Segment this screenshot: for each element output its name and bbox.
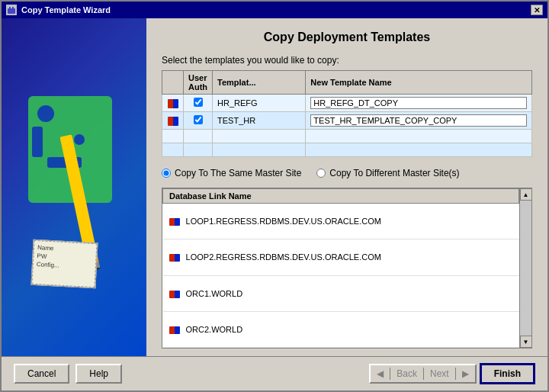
db-link-section: Database Link Name LOOP1.REGRESS.RDBMS.D… [162,188,532,349]
table-empty-row-1 [162,130,532,143]
next-arrow-button[interactable]: ▶ [456,365,475,382]
svg-rect-2 [9,7,11,9]
radio-same-site[interactable]: Copy To The Same Master Site [162,168,301,178]
radio-different-site[interactable]: Copy To Different Master Site(s) [316,168,459,178]
main-window: Copy Template Wizard ✕ Name [0,0,549,392]
row2-checkbox[interactable] [194,115,203,124]
back-arrow-button[interactable]: ◀ [371,365,390,382]
templates-table: User Auth Templat... New Template Name H… [162,70,532,157]
svg-rect-1 [8,8,15,14]
scroll-up-button[interactable]: ▲ [520,188,532,201]
table-row: HR_REFG [162,95,532,112]
scroll-down-button[interactable]: ▼ [520,336,532,348]
table-row: TEST_HR [162,112,532,130]
db-link-item-4: ORC2.WORLD [163,311,519,347]
col-userauth-header: User Auth [184,71,213,95]
card: Name PW Config... [30,239,98,288]
footer: Cancel Help ◀ Back Next ▶ Finish [2,356,547,390]
db-link-item-1: LOOP1.REGRESS.RDBMS.DEV.US.ORACLE.COM [163,204,519,239]
row2-newname[interactable] [306,112,532,130]
ruler-slot-v [32,127,43,157]
list-item[interactable]: LOOP1.REGRESS.RDBMS.DEV.US.ORACLE.COM [163,204,519,239]
panel-title: Copy Deployment Templates [162,31,532,44]
title-bar-left: Copy Template Wizard [6,5,111,15]
right-panel: Copy Deployment Templates Select the tem… [146,18,547,356]
db-link-table-wrapper: Database Link Name LOOP1.REGRESS.RDBMS.D… [162,188,532,349]
db-icon-2 [168,117,178,126]
db-link-icon-2 [169,254,180,262]
scrollbar[interactable]: ▲ ▼ [519,188,531,348]
next-button[interactable]: Next [424,365,455,382]
db-link-item-3: ORC1.WORLD [163,275,519,311]
title-bar-text: Copy Template Wizard [21,5,111,14]
finish-button[interactable]: Finish [480,363,535,384]
table-empty-row-2 [162,143,532,157]
radio-same-label: Copy To The Same Master Site [175,168,301,178]
ruler-hole-small [74,134,85,145]
window-icon [6,5,17,15]
row2-icon-cell [162,112,184,130]
radio-different-input[interactable] [316,169,326,178]
close-button[interactable]: ✕ [531,5,543,15]
scroll-track [520,201,531,336]
svg-rect-3 [12,7,14,9]
row1-icon-cell [162,95,184,112]
list-item[interactable]: ORC2.WORLD [163,311,519,347]
radio-same-input[interactable] [162,169,171,178]
row1-newname-input[interactable] [310,97,527,109]
row2-template: TEST_HR [213,112,306,130]
col-icon-header [162,71,184,95]
illustration: Name PW Config... [17,73,131,302]
cancel-button[interactable]: Cancel [14,364,69,384]
row1-template: HR_REFG [213,95,306,112]
main-content: Name PW Config... Copy Deployment Templa… [2,18,547,356]
db-icon-1 [168,99,178,108]
help-button[interactable]: Help [75,364,122,384]
nav-group: ◀ Back Next ▶ [369,364,476,384]
back-arrow-icon: ◀ [377,368,384,379]
footer-right: ◀ Back Next ▶ Finish [369,363,535,384]
db-link-icon-1 [169,218,180,226]
back-button[interactable]: Back [390,365,423,382]
col-template-header: Templat... [213,71,306,95]
col-newname-header: New Template Name [306,71,532,95]
select-label: Select the templates you would like to c… [162,55,532,66]
illustration-panel: Name PW Config... [2,18,146,356]
radio-different-label: Copy To Different Master Site(s) [329,168,459,178]
footer-left: Cancel Help [14,364,122,384]
ruler-hole-large [37,105,54,122]
next-arrow-icon: ▶ [462,368,469,379]
title-bar: Copy Template Wizard ✕ [2,2,547,18]
db-link-icon-3 [169,291,180,298]
db-link-icon-4 [169,326,180,334]
db-link-col-header: Database Link Name [163,189,519,204]
radio-section: Copy To The Same Master Site Copy To Dif… [162,168,532,178]
row1-newname[interactable] [306,95,532,112]
row2-checkbox-cell[interactable] [184,112,213,130]
row1-checkbox-cell[interactable] [184,95,213,112]
list-item[interactable]: LOOP2.REGRESS.RDBMS.DEV.US.ORACLE.COM [163,239,519,275]
row1-checkbox[interactable] [194,98,203,107]
row2-newname-input[interactable] [310,114,527,127]
db-link-table: Database Link Name LOOP1.REGRESS.RDBMS.D… [162,188,519,348]
list-item[interactable]: ORC1.WORLD [163,275,519,311]
db-link-item-2: LOOP2.REGRESS.RDBMS.DEV.US.ORACLE.COM [163,239,519,275]
card-border [32,239,98,287]
